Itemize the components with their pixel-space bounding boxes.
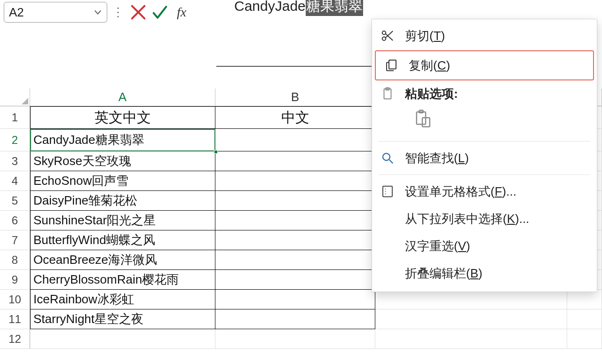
menu-item-label: 折叠编辑栏(B) (405, 265, 586, 282)
cell-content[interactable]: OceanBreeze海洋微风 (30, 250, 215, 270)
menu-item-label: 汉字重选(V) (405, 238, 586, 254)
name-box[interactable]: A2 (4, 2, 107, 23)
blank-icon (380, 266, 395, 280)
blank-icon (380, 239, 395, 253)
cell-content[interactable]: EchoSnow回声雪 (30, 171, 215, 191)
menu-item-format-cells[interactable]: 设置单元格格式(F)... (372, 178, 597, 205)
svg-rect-9 (383, 186, 392, 197)
paste-icon (412, 109, 432, 128)
formula-bar: A2 ⋮ fx (4, 2, 191, 23)
row-header[interactable]: 10 (0, 290, 30, 309)
cell-content[interactable]: IceRainbow冰彩虹 (30, 290, 215, 309)
formula-edit-outline (216, 21, 376, 66)
svg-rect-2 (389, 60, 396, 69)
cell[interactable] (215, 250, 375, 270)
cell-content[interactable]: CandyJade糖果翡翠 (30, 129, 215, 151)
cell-content[interactable]: DaisyPine雏菊花松 (30, 191, 215, 211)
cell-content[interactable]: 英文中文 (30, 106, 215, 129)
cell[interactable] (215, 230, 375, 250)
row-header[interactable]: 3 (0, 151, 30, 171)
blank-icon (380, 212, 395, 226)
cell[interactable] (215, 290, 375, 309)
menu-item-label: 从下拉列表中选择(K)... (405, 211, 586, 227)
menu-item-label: 设置单元格格式(F)... (405, 183, 586, 200)
row-header[interactable]: 7 (0, 230, 30, 250)
cell-content[interactable]: ButterflyWind蝴蝶之风 (30, 230, 215, 250)
menu-separator (379, 174, 590, 175)
fill-handle[interactable] (214, 150, 218, 154)
menu-item-label: 复制(C) (409, 57, 582, 74)
cell[interactable] (215, 191, 375, 211)
chevron-down-icon[interactable] (94, 8, 102, 16)
copy-icon (384, 58, 398, 72)
row-header[interactable]: 12 (0, 329, 30, 349)
row-header[interactable]: 9 (0, 270, 30, 290)
cell[interactable] (375, 290, 567, 309)
menu-item-label: 粘贴选项: (405, 86, 586, 102)
formula-text-selected: 糖果翡翠 (306, 0, 363, 16)
menu-item-paste-options-header: 粘贴选项: (372, 81, 597, 106)
menu-item-copy[interactable]: 复制(C) (375, 50, 594, 80)
cell[interactable] (30, 329, 215, 349)
formula-input[interactable]: CandyJade糖果翡翠 (234, 0, 385, 17)
cell-content[interactable]: StarryNight星空之夜 (30, 309, 215, 329)
column-header-B[interactable]: B (215, 88, 375, 106)
formula-text-plain: CandyJade (234, 0, 306, 14)
row-header[interactable]: 11 (0, 309, 30, 329)
menu-item-reconvert[interactable]: 汉字重选(V) (372, 232, 597, 260)
select-all-button[interactable] (0, 88, 30, 106)
row-header[interactable]: 1 (0, 106, 30, 129)
row-header[interactable]: 4 (0, 171, 30, 191)
menu-item-label: 智能查找(L) (405, 150, 586, 166)
format-cells-icon (380, 184, 395, 198)
menu-item-collapse-formula-bar[interactable]: 折叠编辑栏(B) (372, 260, 597, 287)
context-menu: 剪切(T) 复制(C) 粘贴选项: 智能查找(L) (372, 19, 597, 292)
menu-item-smart-lookup[interactable]: 智能查找(L) (372, 144, 597, 172)
cell[interactable] (567, 309, 602, 329)
menu-item-pick-from-list[interactable]: 从下拉列表中选择(K)... (372, 205, 597, 232)
search-icon (380, 151, 395, 165)
menu-item-cut[interactable]: 剪切(T) (372, 22, 597, 49)
scissors-icon (380, 29, 395, 43)
cell[interactable] (215, 309, 375, 329)
cell[interactable] (375, 329, 567, 349)
insert-function-button[interactable]: fx (172, 3, 191, 22)
cell[interactable] (567, 329, 602, 349)
cell[interactable] (567, 290, 602, 309)
cell-content[interactable]: SkyRose天空玫瑰 (30, 151, 215, 171)
cancel-button[interactable] (129, 3, 148, 22)
menu-separator (379, 141, 590, 142)
cell[interactable] (215, 211, 375, 230)
cell[interactable] (215, 270, 375, 290)
separator-dots-icon: ⋮ (110, 5, 126, 20)
row-header[interactable]: 8 (0, 250, 30, 270)
cell[interactable] (375, 309, 567, 329)
row-header[interactable]: 2 (0, 129, 30, 151)
cell-content[interactable]: CherryBlossomRain樱花雨 (30, 270, 215, 290)
row-header[interactable]: 5 (0, 191, 30, 211)
cell[interactable] (215, 151, 375, 171)
row-header[interactable]: 6 (0, 211, 30, 230)
cell[interactable] (215, 171, 375, 191)
svg-point-8 (383, 153, 390, 160)
cell[interactable] (215, 129, 375, 151)
cell-content[interactable]: SunshineStar阳光之星 (30, 211, 215, 230)
paste-option-default[interactable] (372, 106, 597, 138)
confirm-button[interactable] (150, 3, 169, 22)
cell[interactable] (215, 329, 375, 349)
menu-item-label: 剪切(T) (405, 28, 586, 44)
name-box-value: A2 (9, 5, 94, 20)
column-header-A[interactable]: A (30, 88, 215, 106)
cell-content[interactable]: 中文 (215, 106, 375, 129)
clipboard-icon (380, 87, 395, 101)
